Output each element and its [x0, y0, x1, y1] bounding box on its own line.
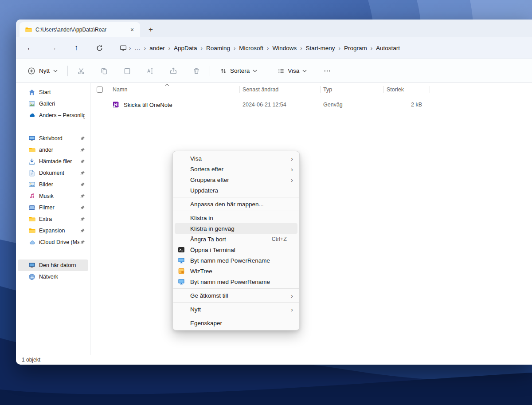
sidebar-item-expansion[interactable]: Expansion — [18, 225, 88, 236]
plus-circle-icon — [27, 67, 35, 75]
sidebar-item-label: Hämtade filer — [39, 158, 72, 165]
home-icon — [28, 89, 35, 96]
menu-item-label: Nytt — [190, 306, 291, 313]
breadcrumb-item-program[interactable]: Program — [341, 43, 370, 53]
menu-separator — [173, 288, 299, 289]
breadcrumb-item-microsoft[interactable]: Microsoft — [236, 43, 266, 53]
new-button[interactable]: Nytt — [23, 63, 62, 79]
up-button[interactable]: ↑ — [68, 40, 84, 56]
menu-icon-slot — [178, 165, 185, 173]
menu-item-gruppera-efter[interactable]: Gruppera efter › — [175, 174, 297, 185]
column-header-namn[interactable]: Namn — [110, 83, 240, 96]
sidebar-item-skrivbord[interactable]: Skrivbord — [18, 133, 88, 144]
menu-icon-slot — [178, 225, 185, 232]
refresh-icon — [96, 44, 103, 52]
breadcrumb-item-windows[interactable]: Windows — [269, 43, 300, 53]
tab-close-icon[interactable]: × — [128, 25, 137, 34]
file-row-skicka-till-onenote[interactable]: Skicka till OneNote 2024-06-21 12:54 Gen… — [90, 98, 532, 111]
menu-item-ge-atkomst-till[interactable]: Ge åtkomst till › — [175, 290, 297, 301]
menu-item-label: Byt namn med PowerRename — [190, 257, 293, 264]
sidebar-item-ander[interactable]: ander — [18, 144, 88, 156]
delete-button[interactable] — [188, 63, 204, 79]
pin-icon — [80, 216, 85, 222]
menu-icon-slot — [178, 236, 185, 243]
more-options-button[interactable] — [319, 63, 335, 79]
downloads-icon — [28, 158, 35, 165]
copy-button[interactable] — [96, 63, 112, 79]
menu-item-nytt[interactable]: Nytt › — [175, 304, 297, 315]
menu-item-angra-ta-bort[interactable]: Ångra Ta bort Ctrl+Z — [175, 234, 297, 244]
back-button[interactable]: ← — [22, 40, 38, 56]
explorer-tab[interactable]: C:\Users\ander\AppData\Roar × — [20, 22, 140, 37]
sidebar-item-hamtade-filer[interactable]: Hämtade filer — [18, 156, 88, 167]
menu-item-wiztree[interactable]: WizTree — [175, 266, 297, 276]
breadcrumb-item-startmeny[interactable]: Start-meny — [303, 43, 338, 53]
sidebar-item-label: Expansion — [39, 228, 65, 234]
sort-dropdown[interactable]: Sortera — [215, 64, 262, 78]
menu-separator — [173, 316, 299, 316]
pin-icon — [80, 182, 85, 187]
sidebar-item-den-har-datorn[interactable]: Den här datorn — [18, 260, 88, 271]
forward-button[interactable]: → — [45, 40, 61, 56]
cut-button[interactable] — [73, 63, 89, 79]
sidebar-item-natverk[interactable]: Nätverk — [18, 271, 88, 283]
column-header-senast-andrad[interactable]: Senast ändrad — [240, 83, 321, 96]
breadcrumb-item-appdata[interactable]: AppData — [171, 43, 200, 53]
this-pc-icon[interactable] — [118, 44, 129, 51]
menu-item-uppdatera[interactable]: Uppdatera — [175, 185, 297, 196]
toolbar-icons — [73, 63, 204, 79]
pin-icon — [80, 228, 85, 233]
sidebar-item-icloud-drive[interactable]: iCloud Drive (Mac — [18, 236, 88, 248]
column-header-typ[interactable]: Typ — [321, 83, 384, 96]
powerrename-icon — [178, 257, 185, 264]
breadcrumb-item-autostart[interactable]: Autostart — [373, 43, 403, 53]
icloud-icon — [28, 239, 35, 246]
menu-item-label: Klistra in — [190, 215, 293, 221]
menu-item-label: Visa — [190, 155, 291, 162]
sidebar-item-dokument[interactable]: Dokument — [18, 167, 88, 179]
sidebar-item-musik[interactable]: Musik — [18, 190, 88, 202]
breadcrumb-item-ander[interactable]: ander — [146, 43, 168, 53]
sidebar-item-label: ander — [39, 147, 53, 153]
explorer-window: C:\Users\ander\AppData\Roar × + ← → ↑ › … — [16, 20, 532, 365]
sidebar-item-galleri[interactable]: Galleri — [18, 98, 88, 110]
sidebar-item-label: Musik — [39, 193, 54, 199]
menu-item-klistra-in[interactable]: Klistra in — [175, 212, 297, 223]
new-button-label: Nytt — [39, 67, 50, 74]
breadcrumb-ellipsis[interactable]: … — [131, 43, 144, 53]
menu-item-oppna-i-terminal[interactable]: Öppna i Terminal — [175, 244, 297, 255]
menu-item-anpassa-mappen[interactable]: Anpassa den här mappen... — [175, 199, 297, 209]
sidebar-item-start[interactable]: Start — [18, 87, 88, 98]
sort-icon — [220, 67, 227, 75]
sidebar-item-filmer[interactable]: Filmer — [18, 202, 88, 213]
select-all-checkbox[interactable] — [97, 83, 110, 96]
refresh-button[interactable] — [91, 40, 107, 56]
submenu-arrow-icon: › — [291, 166, 293, 173]
sidebar-section-gap — [16, 121, 90, 133]
sidebar-item-bilder[interactable]: Bilder — [18, 179, 88, 190]
paste-button[interactable] — [119, 63, 135, 79]
menu-item-powerrename-2[interactable]: Byt namn med PowerRename — [175, 276, 297, 287]
breadcrumb-separator: › — [300, 45, 302, 51]
rename-button[interactable] — [142, 63, 158, 79]
sidebar-item-onedrive-personal[interactable]: Anders – Personligt — [18, 110, 88, 121]
view-dropdown[interactable]: Visa — [273, 64, 311, 78]
pictures-icon — [28, 181, 35, 188]
file-modified-cell: 2024-06-21 12:54 — [240, 102, 321, 108]
breadcrumb-item-roaming[interactable]: Roaming — [203, 43, 233, 53]
sidebar-item-label: Extra — [39, 216, 52, 222]
sidebar-item-extra[interactable]: Extra — [18, 213, 88, 225]
sidebar-item-label: Nätverk — [39, 274, 58, 280]
menu-icon-slot — [178, 319, 185, 326]
menu-item-klistra-in-genvag[interactable]: Klistra in genväg — [175, 223, 297, 234]
menu-item-sortera-efter[interactable]: Sortera efter › — [175, 164, 297, 174]
toolbar-divider — [210, 66, 210, 76]
menu-item-visa[interactable]: Visa › — [175, 153, 297, 164]
column-header-label: Senast ändrad — [243, 87, 278, 93]
command-toolbar: Nytt Sortera — [16, 59, 532, 83]
menu-item-powerrename-1[interactable]: Byt namn med PowerRename — [175, 255, 297, 266]
new-tab-button[interactable]: + — [145, 24, 157, 36]
column-header-storlek[interactable]: Storlek — [384, 83, 430, 96]
share-button[interactable] — [165, 63, 181, 79]
menu-item-egenskaper[interactable]: Egenskaper — [175, 318, 297, 328]
